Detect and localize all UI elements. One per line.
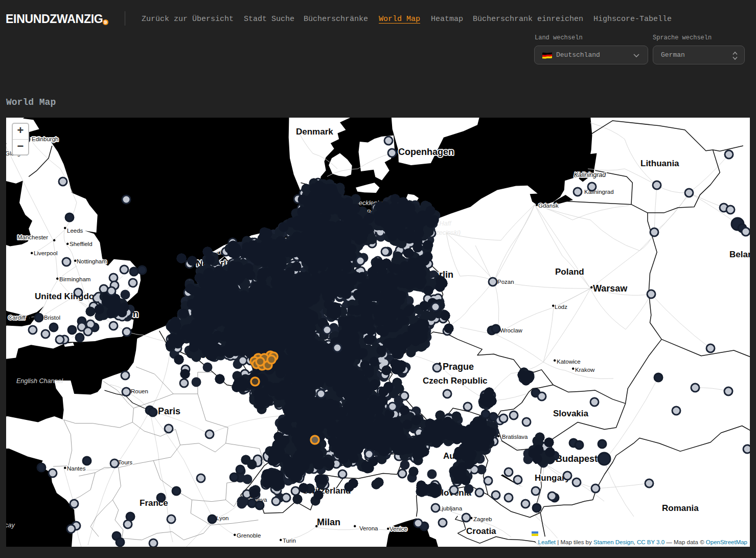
- svg-text:Biscay: Biscay: [6, 522, 15, 529]
- svg-text:Lithuania: Lithuania: [640, 159, 679, 168]
- svg-text:English Channel: English Channel: [16, 377, 63, 385]
- svg-text:Kaliningrad: Kaliningrad: [574, 171, 607, 178]
- svg-text:Grenoble: Grenoble: [237, 532, 261, 539]
- svg-text:Leeds: Leeds: [67, 228, 83, 234]
- svg-text:Krakow: Krakow: [575, 367, 595, 373]
- svg-text:Edinburgh: Edinburgh: [32, 136, 58, 142]
- svg-text:Milan: Milan: [317, 517, 340, 527]
- svg-text:Wroclaw: Wroclaw: [500, 327, 523, 333]
- svg-text:Cardiff: Cardiff: [8, 315, 26, 321]
- svg-text:Ljubljana: Ljubljana: [439, 505, 463, 511]
- svg-text:Croatia: Croatia: [466, 526, 496, 536]
- svg-text:Czech Republic: Czech Republic: [423, 376, 488, 386]
- svg-text:Manchester: Manchester: [17, 234, 48, 240]
- svg-text:Bratislava: Bratislava: [502, 434, 528, 440]
- svg-text:Zagreb: Zagreb: [473, 516, 492, 522]
- svg-text:Lodz: Lodz: [555, 304, 567, 310]
- svg-text:Warsaw: Warsaw: [593, 283, 628, 294]
- svg-text:Nottingham: Nottingham: [77, 258, 107, 264]
- svg-text:Birmingham: Birmingham: [59, 276, 90, 282]
- svg-text:Bristol: Bristol: [44, 315, 60, 321]
- svg-text:Nantes: Nantes: [67, 465, 86, 472]
- svg-text:Slovakia: Slovakia: [553, 409, 589, 418]
- svg-text:Liverpool: Liverpool: [34, 250, 58, 256]
- svg-text:Sheffield: Sheffield: [70, 241, 93, 247]
- svg-text:Denmark: Denmark: [296, 127, 333, 137]
- svg-text:Venice: Venice: [390, 526, 407, 532]
- svg-text:Katowice: Katowice: [557, 359, 581, 365]
- svg-text:Rouen: Rouen: [131, 388, 148, 394]
- svg-text:Lyon: Lyon: [216, 515, 229, 521]
- svg-text:Copenhagen: Copenhagen: [398, 147, 454, 157]
- svg-text:Prague: Prague: [443, 362, 474, 372]
- svg-text:Verona: Verona: [359, 525, 378, 531]
- svg-text:Romania: Romania: [662, 503, 699, 513]
- svg-text:Gdansk: Gdansk: [538, 203, 559, 209]
- svg-text:Paris: Paris: [158, 406, 180, 416]
- svg-text:Poland: Poland: [555, 267, 584, 277]
- svg-text:Belarus: Belarus: [729, 250, 750, 259]
- svg-text:Budapest: Budapest: [556, 454, 598, 464]
- svg-text:Tours: Tours: [118, 459, 132, 465]
- svg-text:United Kingdom: United Kingdom: [35, 292, 102, 301]
- svg-text:Turin: Turin: [283, 538, 296, 544]
- svg-text:Pozan: Pozan: [497, 279, 514, 285]
